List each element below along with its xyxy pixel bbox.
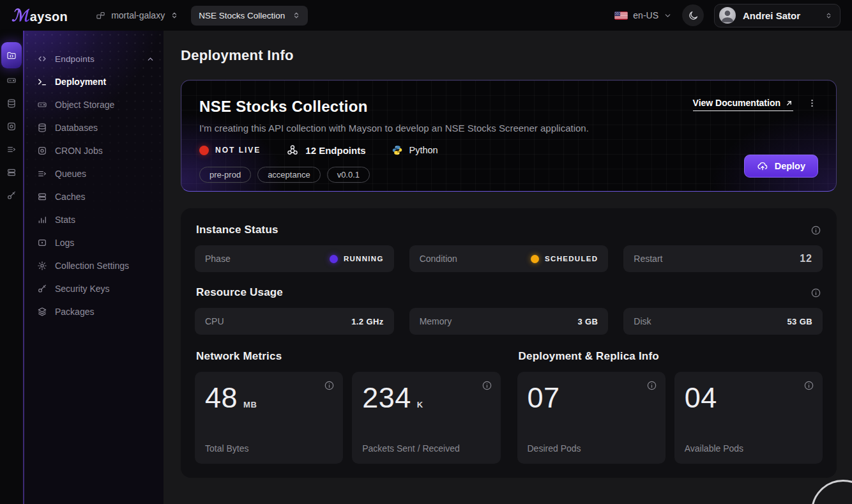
logo-mark: ℳ [11,7,29,24]
tag-badge: v0.0.1 [327,167,370,183]
database-icon [37,123,47,133]
stat-row-condition: Condition SCHEDULED [409,245,609,272]
collection-selector[interactable]: NSE Stocks Collection [191,6,308,26]
stat-value: 53 GB [787,317,812,326]
sidebar-item-queues[interactable]: Queues [37,162,155,185]
chevron-up-icon [146,55,155,63]
sidebar-item-label: Stats [55,215,75,225]
rail-queues-icon[interactable] [0,138,23,161]
replica-info-section: Deployment & Replica Info 07 Desired Pod… [517,349,823,464]
corner-glow-decoration [811,480,852,504]
drive-icon [37,100,47,110]
bar-chart-icon [37,215,47,225]
app-window: ℳayson mortal-galaxy NSE Stocks Collecti… [0,0,852,504]
language: Python [392,144,438,156]
info-icon[interactable] [324,380,335,391]
metric-value: 04 [685,382,717,414]
metric-card-desired-pods: 07 Desired Pods [517,372,666,464]
metric-value: 48 [205,382,238,414]
rail-object-storage-icon[interactable] [0,69,23,92]
locale-label: en-US [633,10,658,20]
rail-endpoints-folder-icon[interactable] [1,42,22,68]
endpoints-count-label: 12 Endpoints [305,145,365,156]
resource-usage-heading: Resource Usage [196,286,283,299]
sidebar-item-security-keys[interactable]: Security Keys [37,277,155,300]
terminal-icon [37,77,47,87]
status-panel: Instance Status Phase RUNNING Condition [181,208,837,478]
cloud-upload-icon [757,160,768,172]
stat-label: Memory [420,316,452,326]
page-title: Deployment Info [181,47,837,64]
cache-icon [37,192,47,202]
workspace-selector[interactable]: mortal-galaxy [96,10,178,20]
updown-chevron-icon [825,11,832,20]
stat-label: Phase [205,254,231,264]
kebab-menu-button[interactable] [806,96,818,112]
sidebar-item-stats[interactable]: Stats [37,208,155,231]
sidebar-item-packages[interactable]: Packages [37,300,155,323]
info-icon[interactable] [482,380,492,391]
sidebar-item-label: Deployment [55,77,106,87]
metric-label: Desired Pods [528,443,581,454]
us-flag-icon [614,11,628,20]
stat-row-cpu: CPU 1.2 GHz [195,308,394,335]
info-icon[interactable] [803,380,814,391]
info-icon[interactable] [646,380,657,391]
sidebar-item-deployment[interactable]: Deployment [37,70,155,93]
queue-icon [37,169,47,179]
replica-info-heading: Deployment & Replica Info [519,350,822,363]
metric-card-available-pods: 04 Available Pods [674,372,823,464]
main-content: Deployment Info NSE Stocks Collection I'… [164,31,852,504]
collection-description: I'm creating this API collection with Ma… [199,123,818,134]
deploy-button[interactable]: Deploy [744,155,818,178]
info-icon[interactable] [810,287,821,298]
view-documentation-link[interactable]: View Documentation [693,98,793,111]
sidebar-item-databases[interactable]: Databases [37,116,155,139]
sidebar-item-logs[interactable]: Logs [37,231,155,254]
rail-caches-icon[interactable] [0,161,23,184]
instance-status-grid: Phase RUNNING Condition SCHEDULED [195,245,823,272]
sidebar-item-object-storage[interactable]: Object Storage [37,93,155,116]
avatar [719,7,736,24]
metric-card-packets: 234 K Packets Sent / Received [352,372,500,464]
python-icon [392,144,403,156]
gear-icon [37,261,47,271]
stat-value: 3 GB [577,317,598,326]
arrow-up-right-icon [785,99,793,107]
sidebar-item-collection-settings[interactable]: Collection Settings [37,254,155,277]
logo-name: ayson [30,10,68,24]
running-dot-icon [330,255,338,263]
sidebar-item-label: Queues [55,169,86,179]
cluster-icon [286,144,299,157]
sidebar-item-label: Packages [55,307,94,317]
sidebar-item-caches[interactable]: Caches [37,185,155,208]
user-menu[interactable]: Andrei Sator [714,4,841,27]
mayson-logo[interactable]: ℳayson [11,7,68,24]
stat-row-disk: Disk 53 GB [623,308,823,335]
metric-card-total-bytes: 48 MB Total Bytes [195,372,343,464]
icon-rail [0,31,23,504]
rail-security-keys-icon[interactable] [0,184,23,207]
sidebar-item-label: Logs [55,238,74,248]
metric-value: 234 [362,382,411,414]
scheduled-dot-icon [531,255,539,263]
endpoints-count: 12 Endpoints [286,144,365,157]
locale-selector[interactable]: en-US [614,10,672,20]
info-icon[interactable] [810,225,821,236]
stat-row-restart: Restart 12 [623,245,823,272]
chevron-down-icon [664,11,672,20]
workspace-icon [96,11,105,20]
stat-label: Restart [634,254,662,264]
code-icon [37,54,47,64]
top-bar: ℳayson mortal-galaxy NSE Stocks Collecti… [0,0,852,31]
theme-toggle-button[interactable] [682,4,704,26]
language-label: Python [409,145,438,155]
top-bar-right: en-US Andrei Sator [614,4,841,27]
stat-label: Condition [420,254,457,264]
tag-badge: acceptance [257,167,321,183]
kebab-icon [807,98,817,109]
sidebar-item-cron-jobs[interactable]: CRON Jobs [37,139,155,162]
rail-databases-icon[interactable] [0,92,23,115]
sidebar-section-endpoints[interactable]: Endpoints [37,47,155,70]
rail-cron-jobs-icon[interactable] [0,115,23,138]
